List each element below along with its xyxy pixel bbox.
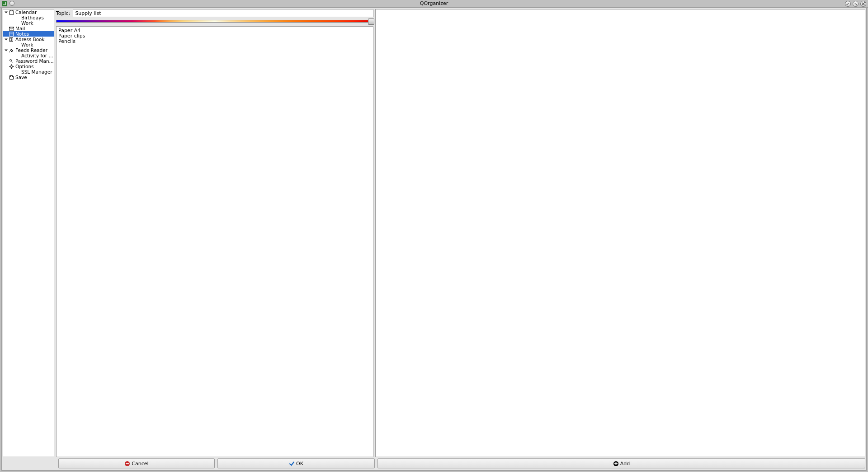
titlebar: QOrganizer: [0, 0, 868, 8]
svg-point-0: [846, 4, 847, 5]
window-title: QOrganizer: [420, 0, 448, 6]
close-button[interactable]: [860, 1, 866, 7]
minimize-button[interactable]: [845, 1, 851, 7]
window-menu-icon[interactable]: [9, 1, 14, 6]
svg-point-1: [856, 4, 857, 5]
app-icon: [2, 1, 7, 6]
maximize-button[interactable]: [853, 1, 859, 7]
